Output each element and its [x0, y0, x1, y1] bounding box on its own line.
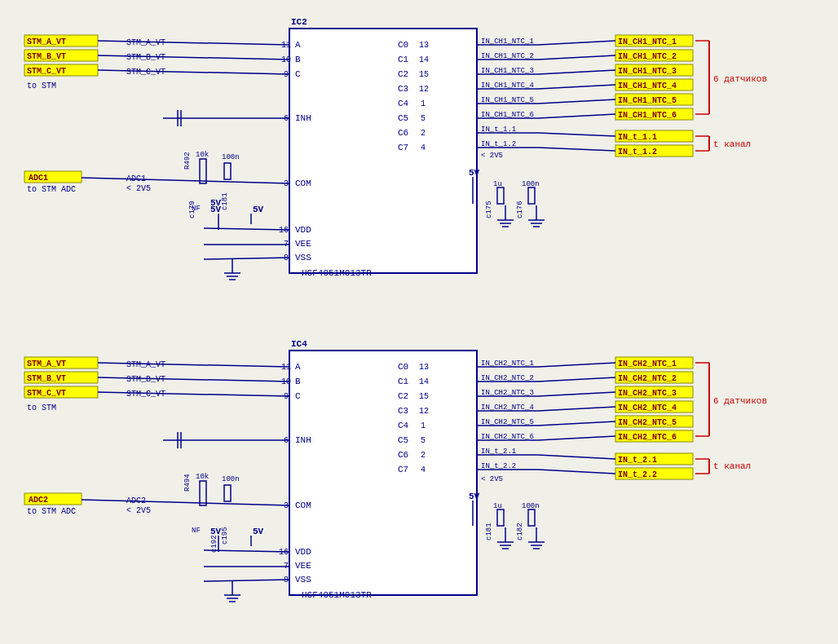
svg-text:C3: C3 — [398, 406, 408, 416]
svg-text:to STM ADC: to STM ADC — [27, 185, 76, 194]
svg-text:IN_CH2_NTC_3: IN_CH2_NTC_3 — [618, 389, 677, 398]
svg-text:IN_CH2_NTC_6: IN_CH2_NTC_6 — [618, 433, 677, 442]
svg-text:IN_CH2_NTC_3: IN_CH2_NTC_3 — [481, 389, 534, 397]
svg-text:STM_A_VT: STM_A_VT — [27, 37, 66, 46]
svg-text:IC2: IC2 — [291, 17, 307, 27]
svg-text:1u: 1u — [493, 180, 502, 188]
svg-text:IN_t_1.1: IN_t_1.1 — [481, 126, 516, 134]
svg-text:IN_CH1_NTC_5: IN_CH1_NTC_5 — [481, 96, 534, 104]
svg-text:5V: 5V — [253, 205, 264, 214]
svg-text:IN_CH2_NTC_6: IN_CH2_NTC_6 — [481, 433, 534, 441]
svg-text:IN_t_2.2: IN_t_2.2 — [618, 470, 657, 479]
svg-text:t канал: t канал — [713, 139, 751, 149]
svg-text:IN_t_2.2: IN_t_2.2 — [481, 462, 516, 470]
svg-text:C: C — [295, 391, 301, 401]
svg-text:12: 12 — [419, 407, 429, 416]
svg-text:C1: C1 — [398, 55, 409, 64]
svg-text:5V: 5V — [210, 198, 222, 208]
svg-text:4: 4 — [421, 143, 426, 152]
svg-text:IN_t_2.1: IN_t_2.1 — [618, 456, 657, 465]
svg-text:5V: 5V — [210, 527, 222, 536]
svg-text:1: 1 — [421, 421, 426, 430]
svg-text:5: 5 — [421, 114, 426, 123]
svg-text:IN_CH2_NTC_2: IN_CH2_NTC_2 — [481, 374, 534, 382]
svg-text:INH: INH — [295, 113, 311, 123]
svg-text:14: 14 — [419, 377, 429, 386]
svg-text:R492: R492 — [183, 152, 192, 170]
svg-text:HCF4051M013TR: HCF4051M013TR — [302, 268, 372, 278]
svg-text:VDD: VDD — [295, 225, 311, 235]
svg-text:C5: C5 — [398, 435, 408, 445]
svg-text:c181: c181 — [485, 523, 493, 540]
svg-text:A: A — [295, 40, 301, 50]
schematic-svg: IC2 A B C INH COM C0 C1 C2 C3 C4 C5 C6 C… — [0, 0, 838, 644]
svg-text:IN_CH2_NTC_4: IN_CH2_NTC_4 — [481, 404, 534, 412]
svg-text:5V: 5V — [253, 527, 264, 536]
svg-text:A: A — [295, 362, 301, 372]
svg-text:C6: C6 — [398, 450, 408, 460]
svg-text:10k: 10k — [196, 151, 209, 159]
svg-text:10k: 10k — [196, 473, 209, 481]
svg-text:IN_CH1_NTC_3: IN_CH1_NTC_3 — [618, 67, 677, 76]
svg-text:C6: C6 — [398, 128, 408, 138]
svg-text:STM_B_VT: STM_B_VT — [27, 374, 66, 383]
svg-text:IN_CH1_NTC_5: IN_CH1_NTC_5 — [618, 96, 677, 105]
svg-text:INH: INH — [295, 435, 311, 445]
svg-text:C2: C2 — [398, 391, 408, 401]
svg-text:to STM ADC: to STM ADC — [27, 507, 76, 516]
svg-text:IN_CH1_NTC_4: IN_CH1_NTC_4 — [618, 82, 677, 90]
svg-text:6 датчиков: 6 датчиков — [713, 396, 767, 406]
svg-text:VEE: VEE — [295, 239, 311, 249]
svg-text:t канал: t канал — [713, 461, 751, 471]
svg-text:C2: C2 — [398, 69, 408, 79]
svg-text:13: 13 — [419, 41, 429, 50]
svg-text:STM_B_VT: STM_B_VT — [27, 52, 66, 61]
svg-text:C7: C7 — [398, 465, 408, 474]
svg-text:c179: c179 — [188, 201, 196, 218]
svg-text:IN_CH1_NTC_2: IN_CH1_NTC_2 — [481, 52, 534, 60]
svg-text:to STM: to STM — [27, 82, 56, 90]
svg-text:STM_C_VT: STM_C_VT — [126, 68, 165, 77]
svg-text:< 2V5: < 2V5 — [126, 506, 151, 515]
svg-text:IN_CH1_NTC_1: IN_CH1_NTC_1 — [618, 37, 677, 46]
svg-text:4: 4 — [421, 465, 426, 474]
svg-text:2: 2 — [421, 451, 426, 460]
svg-text:c182: c182 — [516, 523, 524, 540]
svg-text:15: 15 — [419, 392, 429, 401]
svg-text:c195: c195 — [221, 527, 229, 545]
svg-text:15: 15 — [419, 70, 429, 79]
svg-text:IN_CH2_NTC_5: IN_CH2_NTC_5 — [618, 418, 677, 427]
svg-text:STM_C_VT: STM_C_VT — [27, 389, 66, 398]
svg-text:C4: C4 — [398, 421, 409, 430]
svg-text:C0: C0 — [398, 362, 408, 372]
svg-text:100n: 100n — [522, 180, 540, 188]
svg-text:c181: c181 — [221, 192, 229, 210]
svg-text:NF: NF — [192, 527, 201, 535]
svg-text:IN_CH2_NTC_4: IN_CH2_NTC_4 — [618, 404, 677, 412]
svg-text:100n: 100n — [222, 153, 240, 161]
svg-text:VEE: VEE — [295, 561, 311, 571]
svg-rect-140 — [289, 351, 477, 595]
svg-text:C0: C0 — [398, 40, 408, 50]
svg-text:6 датчиков: 6 датчиков — [713, 74, 767, 84]
svg-text:c192: c192 — [210, 535, 218, 553]
svg-text:IN_t_1.2: IN_t_1.2 — [618, 148, 657, 157]
svg-text:ADC2: ADC2 — [29, 496, 48, 505]
svg-text:VSS: VSS — [295, 253, 311, 262]
schematic-canvas: IC2 A B C INH COM C0 C1 C2 C3 C4 C5 C6 C… — [0, 0, 838, 644]
svg-text:100n: 100n — [222, 475, 240, 483]
svg-text:IN_CH1_NTC_6: IN_CH1_NTC_6 — [618, 111, 677, 120]
svg-text:14: 14 — [419, 55, 429, 64]
svg-text:STM_A_VT: STM_A_VT — [27, 359, 66, 368]
svg-text:STM_C_VT: STM_C_VT — [27, 67, 66, 76]
svg-text:c176: c176 — [516, 201, 524, 218]
svg-text:IN_CH1_NTC_4: IN_CH1_NTC_4 — [481, 82, 534, 90]
svg-text:IN_t_1.2: IN_t_1.2 — [481, 140, 516, 148]
svg-text:IN_CH2_NTC_5: IN_CH2_NTC_5 — [481, 418, 534, 426]
svg-text:IN_t_1.1: IN_t_1.1 — [618, 133, 657, 142]
svg-text:ADC1: ADC1 — [29, 174, 48, 183]
svg-text:c175: c175 — [485, 201, 493, 218]
svg-text:C4: C4 — [398, 99, 409, 108]
svg-text:< 2V5: < 2V5 — [481, 152, 503, 160]
svg-text:VSS: VSS — [295, 575, 311, 584]
